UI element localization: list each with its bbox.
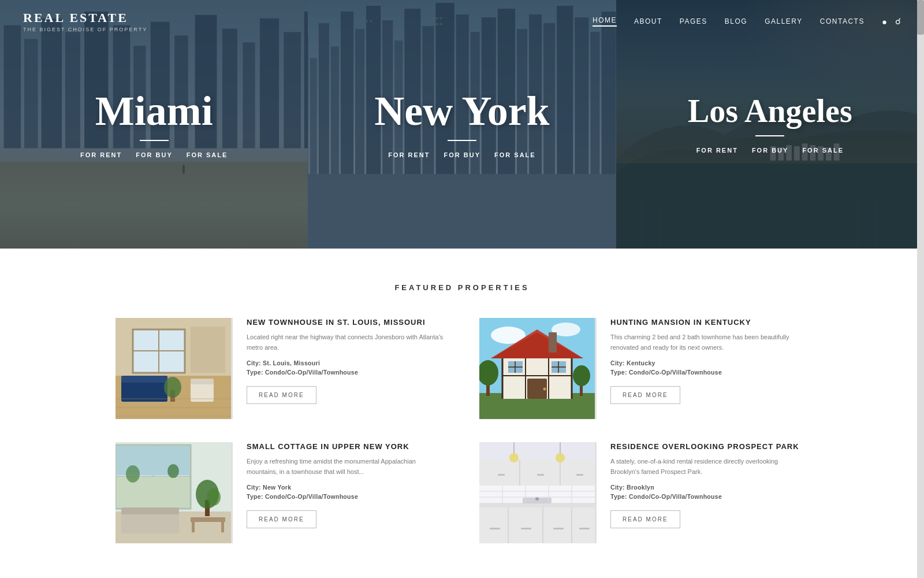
scrollbar[interactable] [917, 0, 924, 578]
svg-rect-115 [191, 517, 225, 522]
miami-city-name: Miami [80, 90, 228, 132]
property-card-3: SMALL COTTAGE IN UPPER NEW YORK Enjoy a … [116, 442, 445, 543]
property-desc-4: A stately, one-of-a-kind rental residenc… [610, 457, 808, 477]
svg-point-144 [535, 497, 539, 501]
svg-rect-17 [319, 23, 329, 174]
nav-icons: ● ☌ [882, 16, 901, 27]
property-title-3: SMALL COTTAGE IN UPPER NEW YORK [247, 442, 445, 451]
nav-contacts[interactable]: CONTACTS [820, 17, 865, 25]
property-info-4: RESIDENCE OVERLOOKING PROSPECT PARK A st… [595, 442, 808, 543]
svg-rect-117 [221, 522, 224, 532]
svg-rect-127 [498, 474, 505, 476]
property-info-3: SMALL COTTAGE IN UPPER NEW YORK Enjoy a … [231, 442, 445, 543]
svg-rect-13 [284, 32, 301, 148]
property-card-4: RESIDENCE OVERLOOKING PROSPECT PARK A st… [479, 442, 808, 543]
svg-rect-58 [873, 203, 878, 249]
svg-rect-130 [479, 503, 595, 507]
svg-rect-53 [639, 203, 644, 249]
property-type-2: Type: Condo/Co-Op/Villa/Townhouse [610, 369, 808, 376]
newyork-content: New York FOR RENT FOR BUY FOR SALE [374, 90, 549, 158]
nav: HOME ABOUT PAGES BLOG GALLERY CONTACTS ●… [593, 16, 901, 27]
svg-rect-116 [192, 522, 195, 532]
newyork-city-name: New York [374, 90, 549, 132]
svg-rect-56 [855, 200, 860, 249]
svg-rect-20 [355, 29, 364, 174]
svg-point-112 [167, 464, 179, 478]
property-type-1: Type: Condo/Co-Op/Villa/Townhouse [247, 369, 445, 376]
property-city-3: City: New York [247, 484, 445, 491]
read-more-btn-3[interactable]: READ MORE [247, 510, 316, 528]
svg-point-111 [126, 465, 140, 483]
miami-for-buy[interactable]: FOR BUY [136, 151, 173, 158]
nav-about[interactable]: ABOUT [634, 17, 662, 25]
svg-point-120 [207, 488, 221, 506]
svg-point-140 [509, 453, 519, 462]
property-city-1: City: St. Louis, Missouri [247, 360, 445, 366]
svg-rect-18 [331, 46, 339, 174]
newyork-divider [448, 140, 476, 141]
newyork-for-sale[interactable]: FOR SALE [494, 151, 536, 158]
svg-rect-135 [490, 528, 500, 529]
nav-blog[interactable]: BLOG [725, 17, 747, 25]
svg-rect-16 [310, 58, 317, 174]
svg-rect-70 [191, 379, 214, 384]
property-title-1: NEW TOWNHOUSE IN ST. LOUIS, MISSOURI [247, 318, 445, 327]
svg-rect-137 [553, 528, 564, 529]
logo: REAL ESTATE THE BIGEST CHOISE OF PROPERT… [23, 10, 147, 32]
svg-rect-122 [479, 442, 595, 460]
search-icon[interactable]: ☌ [895, 16, 901, 27]
nav-gallery[interactable]: GALLERY [765, 17, 803, 25]
svg-point-142 [556, 453, 565, 462]
property-info-2: HUNTING MANSION IN KENTUCKY This charmin… [595, 318, 808, 419]
logo-subtitle: THE BIGEST CHOISE OF PROPERTY [23, 27, 147, 32]
miami-for-sale[interactable]: FOR SALE [187, 151, 228, 158]
miami-links: FOR RENT FOR BUY FOR SALE [80, 151, 228, 158]
svg-rect-3 [65, 32, 80, 148]
svg-rect-36 [591, 32, 600, 174]
nav-home[interactable]: HOME [593, 16, 617, 27]
losangeles-for-sale[interactable]: FOR SALE [802, 147, 844, 154]
svg-rect-68 [121, 376, 167, 383]
property-type-4: Type: Condo/Co-Op/Villa/Townhouse [610, 493, 808, 500]
svg-rect-57 [863, 195, 869, 249]
svg-point-101 [573, 365, 590, 386]
property-title-4: RESIDENCE OVERLOOKING PROSPECT PARK [610, 442, 808, 451]
svg-rect-128 [537, 474, 544, 476]
property-type-3: Type: Condo/Co-Op/Villa/Townhouse [247, 493, 445, 500]
svg-point-97 [543, 388, 546, 391]
losangeles-for-rent[interactable]: FOR RENT [696, 147, 738, 154]
read-more-btn-4[interactable]: READ MORE [610, 510, 680, 528]
read-more-btn-1[interactable]: READ MORE [247, 386, 316, 404]
losangeles-links: FOR RENT FOR BUY FOR SALE [688, 147, 852, 154]
property-image-3 [116, 442, 231, 543]
nav-pages[interactable]: PAGES [680, 17, 707, 25]
property-city-4: City: Brooklyn [610, 484, 808, 491]
svg-rect-54 [648, 198, 654, 249]
newyork-for-rent[interactable]: FOR RENT [388, 151, 430, 158]
logo-title: REAL ESTATE [23, 10, 147, 25]
miami-for-rent[interactable]: FOR RENT [80, 151, 122, 158]
user-icon[interactable]: ● [882, 17, 887, 27]
svg-rect-110 [117, 477, 189, 507]
svg-rect-0 [4, 25, 21, 149]
property-image-1 [116, 318, 231, 419]
property-title-2: HUNTING MANSION IN KENTUCKY [610, 318, 808, 327]
svg-rect-114 [121, 507, 179, 514]
losangeles-content: Los Angeles FOR RENT FOR BUY FOR SALE [688, 95, 852, 154]
newyork-for-buy[interactable]: FOR BUY [444, 151, 481, 158]
read-more-btn-2[interactable]: READ MORE [610, 386, 680, 404]
properties-grid: NEW TOWNHOUSE IN ST. LOUIS, MISSOURI Loc… [116, 318, 808, 543]
property-desc-3: Enjoy a refreshing time amidst the monum… [247, 457, 445, 477]
property-card-2: HUNTING MANSION IN KENTUCKY This charmin… [479, 318, 808, 419]
property-desc-1: Located right near the highway that conn… [247, 332, 445, 353]
property-image-2 [479, 318, 595, 419]
property-card-1: NEW TOWNHOUSE IN ST. LOUIS, MISSOURI Loc… [116, 318, 445, 419]
newyork-links: FOR RENT FOR BUY FOR SALE [374, 151, 549, 158]
svg-rect-129 [576, 474, 583, 476]
property-city-2: City: Kentucky [610, 360, 808, 366]
featured-section: FEATURED PROPERTIES [0, 249, 924, 578]
svg-rect-136 [521, 528, 531, 529]
miami-divider [140, 140, 169, 141]
svg-rect-124 [479, 460, 595, 486]
losangeles-for-buy[interactable]: FOR BUY [752, 147, 789, 154]
